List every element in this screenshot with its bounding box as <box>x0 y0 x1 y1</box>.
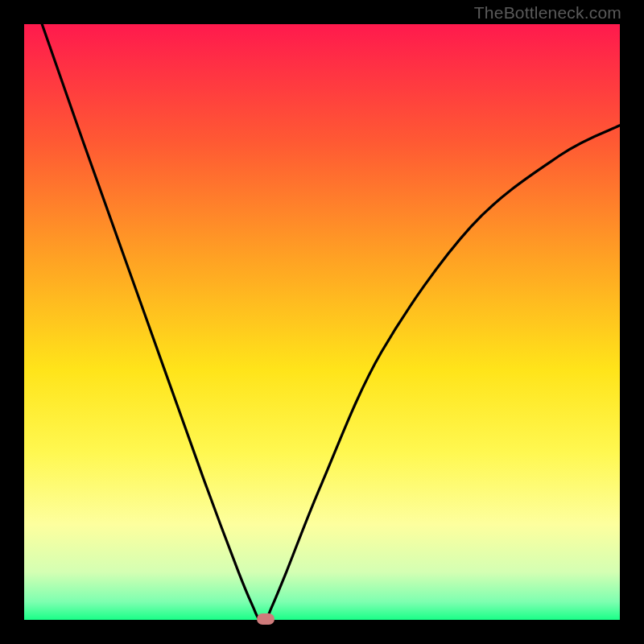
optimal-marker <box>257 613 275 625</box>
curve-svg <box>24 24 620 620</box>
chart-frame: TheBottleneck.com <box>0 0 644 644</box>
watermark-text: TheBottleneck.com <box>474 3 621 23</box>
plot-area <box>24 24 620 620</box>
bottleneck-curve <box>42 24 620 620</box>
